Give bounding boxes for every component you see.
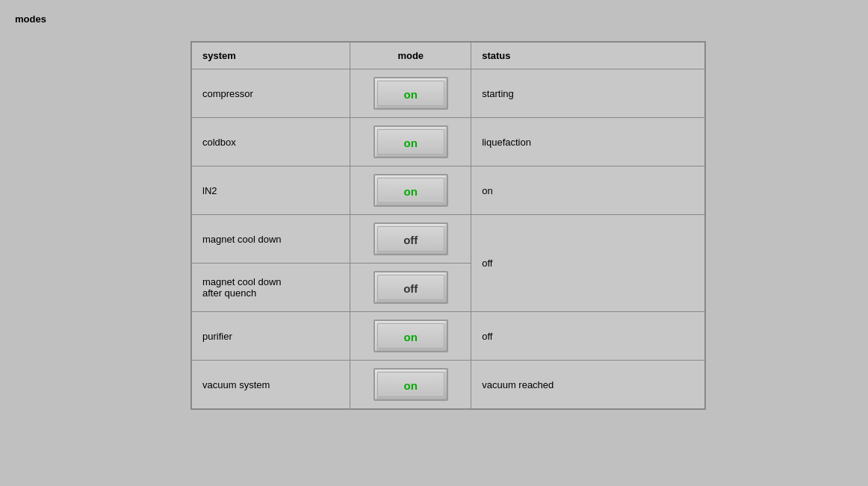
mode-button-ln2[interactable]: on — [373, 174, 448, 207]
system-label: lN2 — [192, 166, 350, 215]
col-header-system: system — [192, 43, 350, 69]
status-label: vacuum reached — [471, 361, 705, 409]
mode-button-magnet-cool-down-after-quench[interactable]: off — [373, 271, 448, 304]
system-label: coldbox — [192, 118, 350, 166]
col-header-status: status — [471, 43, 705, 69]
table-row: vacuum system on vacuum reached — [192, 361, 705, 409]
mode-cell: on — [350, 166, 471, 215]
table-row: compressor on starting — [192, 69, 705, 118]
modes-table: system mode status compressor on startin… — [191, 42, 705, 409]
status-label: on — [471, 166, 705, 215]
mode-cell: on — [350, 69, 471, 118]
system-label: compressor — [192, 69, 350, 118]
mode-button-compressor[interactable]: on — [373, 77, 448, 110]
status-label: off — [471, 312, 705, 361]
page-title: modes — [15, 13, 46, 25]
table-row: purifier on off — [192, 312, 705, 361]
table-row: coldbox on liquefaction — [192, 118, 705, 166]
mode-cell: on — [350, 361, 471, 409]
mode-button-magnet-cool-down[interactable]: off — [373, 222, 448, 255]
mode-cell: off — [350, 215, 471, 264]
system-label: magnet cool down after quench — [192, 264, 350, 312]
status-label: liquefaction — [471, 118, 705, 166]
mode-button-coldbox[interactable]: on — [373, 125, 448, 158]
status-label: starting — [471, 69, 705, 118]
status-label-merged: off — [471, 215, 705, 312]
table-row: lN2 on on — [192, 166, 705, 215]
modes-table-container: system mode status compressor on startin… — [190, 41, 706, 410]
mode-button-purifier[interactable]: on — [373, 320, 448, 352]
system-label: purifier — [192, 312, 350, 361]
mode-button-vacuum-system[interactable]: on — [373, 368, 448, 401]
table-header-row: system mode status — [192, 43, 705, 69]
mode-cell: off — [350, 264, 471, 312]
table-row: magnet cool down off off — [192, 215, 705, 264]
mode-cell: on — [350, 312, 471, 361]
system-label: vacuum system — [192, 361, 350, 409]
mode-cell: on — [350, 118, 471, 166]
col-header-mode: mode — [350, 43, 471, 69]
system-label: magnet cool down — [192, 215, 350, 264]
